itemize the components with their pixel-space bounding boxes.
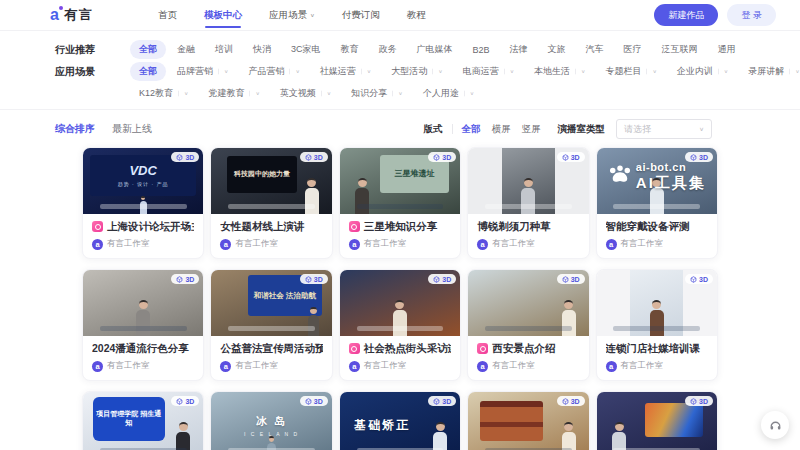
template-thumbnail[interactable]: 项目管理学院 招生通知3D [83, 392, 203, 450]
filter-option[interactable]: 知识分享∨ [342, 84, 411, 103]
badge-3d-label: 3D [442, 154, 451, 161]
nav-item-付费订阅[interactable]: 付费订阅 [342, 0, 380, 33]
brand-logo[interactable]: a 有言 [50, 6, 158, 24]
filter-option[interactable]: 医疗 [615, 40, 651, 59]
card-info: 上海设计论坛开场主持a有言工作室 [83, 214, 203, 258]
login-button[interactable]: 登 录 [727, 4, 776, 26]
filter-option-label: 本地生活 [534, 65, 570, 78]
filter-option[interactable]: 企业内训∨ [668, 62, 737, 81]
filter-option[interactable]: K12教育∨ [130, 84, 197, 103]
template-thumbnail[interactable]: 三星堆遗址3D [340, 148, 460, 214]
template-thumbnail[interactable]: 3D [597, 270, 717, 336]
template-card[interactable]: 科技园中的她力量3D女性题材线上演讲a有言工作室 [210, 147, 332, 259]
template-thumbnail[interactable]: 科技园中的她力量3D [211, 148, 331, 214]
chevron-down-icon: ∨ [699, 126, 704, 132]
sort-tab[interactable]: 综合排序 [55, 122, 95, 136]
filter-option[interactable]: 汽车 [577, 40, 613, 59]
filter-option[interactable]: B2B [464, 42, 499, 58]
template-card[interactable]: 3D博锐剃须刀种草a有言工作室 [467, 147, 589, 259]
filter-option[interactable]: 金融 [168, 40, 204, 59]
filter-option[interactable]: 泛互联网 [653, 40, 707, 59]
template-title-text: 连锁门店社媒培训课 [606, 342, 701, 355]
template-thumbnail[interactable]: 3D [83, 270, 203, 336]
template-title: 智能穿戴设备评测 [606, 220, 708, 233]
template-thumbnail[interactable]: 3D [468, 270, 588, 336]
studio-row: a有言工作室 [92, 238, 194, 250]
filter-option[interactable]: 广电媒体 [408, 40, 462, 59]
template-card[interactable]: 3Dai-bot.cnAI工具集智能穿戴设备评测a有言工作室 [596, 147, 718, 259]
template-card[interactable]: 3Da有言工作室 [596, 391, 718, 450]
filter-option[interactable]: 本地生活∨ [525, 62, 594, 81]
layout-option[interactable]: 全部 [462, 123, 481, 136]
template-thumbnail[interactable]: 冰 岛I C E L A N D3D [211, 392, 331, 450]
template-card[interactable]: 3D连锁门店社媒培训课a有言工作室 [596, 269, 718, 381]
badge-3d-label: 3D [571, 276, 580, 283]
template-title-text: 三星堆知识分享 [364, 220, 438, 233]
badge-3d: 3D [685, 152, 713, 162]
filter-option[interactable]: 专题栏目∨ [596, 62, 665, 81]
template-card[interactable]: 3D2024潘通流行色分享a有言工作室 [82, 269, 204, 381]
template-card[interactable]: 和谐社会 法治助航3D公益普法宣传周活动预告a有言工作室 [210, 269, 332, 381]
filter-option[interactable]: 产品营销∨ [239, 62, 308, 81]
template-thumbnail[interactable]: 3D [597, 392, 717, 450]
filter-option[interactable]: 党建教育∨ [199, 84, 268, 103]
template-card[interactable]: VDC趋势 · 设计 · 产品3D上海设计论坛开场主持a有言工作室 [82, 147, 204, 259]
screen-panel: 科技园中的她力量 [227, 156, 297, 193]
template-card[interactable]: 项目管理学院 招生通知3Da有言工作室 [82, 391, 204, 450]
filter-option[interactable]: 文旅 [539, 40, 575, 59]
filter-option[interactable]: 全部 [130, 40, 166, 59]
template-card[interactable]: 基础矫正3Da有言工作室 [339, 391, 461, 450]
filter-option[interactable]: 品牌营销∨ [168, 62, 237, 81]
template-thumbnail[interactable]: 3Dai-bot.cnAI工具集 [597, 148, 717, 214]
template-card[interactable]: 3D西安景点介绍a有言工作室 [467, 269, 589, 381]
template-thumbnail[interactable]: 和谐社会 法治助航3D [211, 270, 331, 336]
filter-option[interactable]: 全部 [130, 62, 166, 81]
chevron-down-icon: ∨ [392, 91, 402, 97]
badge-3d: 3D [300, 396, 328, 406]
template-card[interactable]: 3Da有言工作室 [467, 391, 589, 450]
template-thumbnail[interactable]: 基础矫正3D [340, 392, 460, 450]
filter-option[interactable]: 法律 [501, 40, 537, 59]
caption-bar [485, 204, 572, 209]
nav-item-模板中心[interactable]: 模板中心 [204, 0, 242, 33]
filter-option-label: 电商运营 [463, 65, 499, 78]
filter-option[interactable]: 通用 [709, 40, 745, 59]
new-work-button[interactable]: 新建作品 [654, 4, 718, 26]
filter-option[interactable]: 录屏讲解∨ [739, 62, 800, 81]
studio-type-select[interactable]: 请选择 ∨ [616, 119, 712, 139]
filter-option[interactable]: 个人用途∨ [414, 84, 483, 103]
template-card[interactable]: 三星堆遗址3D三星堆知识分享a有言工作室 [339, 147, 461, 259]
filter-option[interactable]: 培训 [206, 40, 242, 59]
layout-option[interactable]: 横屏 [492, 123, 511, 136]
template-card[interactable]: 3D社会热点街头采访连线a有言工作室 [339, 269, 461, 381]
template-thumbnail[interactable]: 3D [340, 270, 460, 336]
nav-item-应用场景[interactable]: 应用场景∨ [269, 0, 315, 33]
filter-option[interactable]: 社媒运营∨ [311, 62, 380, 81]
filter-row: 行业推荐全部金融培训快消3C家电教育政务广电媒体B2B法律文旅汽车医疗泛互联网通… [55, 40, 760, 59]
nav-item-教程[interactable]: 教程 [407, 0, 426, 33]
template-thumbnail[interactable]: 3D [468, 392, 588, 450]
filter-option[interactable]: 政务 [370, 40, 406, 59]
filter-row: K12教育∨党建教育∨英文视频∨知识分享∨个人用途∨ [55, 84, 760, 103]
filter-option[interactable]: 快消 [244, 40, 280, 59]
template-thumbnail[interactable]: VDC趋势 · 设计 · 产品3D [83, 148, 203, 214]
presenter-avatar [611, 422, 627, 450]
filter-option-label: 医疗 [624, 43, 642, 56]
filter-option[interactable]: 教育 [332, 40, 368, 59]
template-card[interactable]: 冰 岛I C E L A N D3Da有言工作室 [210, 391, 332, 450]
screen-panel [480, 401, 543, 441]
watermark-line2: AI工具集 [636, 174, 706, 193]
layout-option[interactable]: 竖屏 [522, 123, 541, 136]
filter-option[interactable]: 大型活动∨ [382, 62, 451, 81]
filter-option[interactable]: 3C家电 [282, 40, 330, 59]
nav-item-label: 模板中心 [204, 9, 242, 22]
filter-option[interactable]: 电商运营∨ [454, 62, 523, 81]
nav-item-首页[interactable]: 首页 [158, 0, 177, 33]
filter-option[interactable]: 英文视频∨ [271, 84, 340, 103]
sort-tab[interactable]: 最新上线 [112, 122, 152, 136]
studio-name: 有言工作室 [492, 238, 535, 250]
filter-option-label: 法律 [510, 43, 528, 56]
customer-service-button[interactable] [761, 411, 789, 439]
template-thumbnail[interactable]: 3D [468, 148, 588, 214]
template-title: 上海设计论坛开场主持 [92, 220, 194, 233]
